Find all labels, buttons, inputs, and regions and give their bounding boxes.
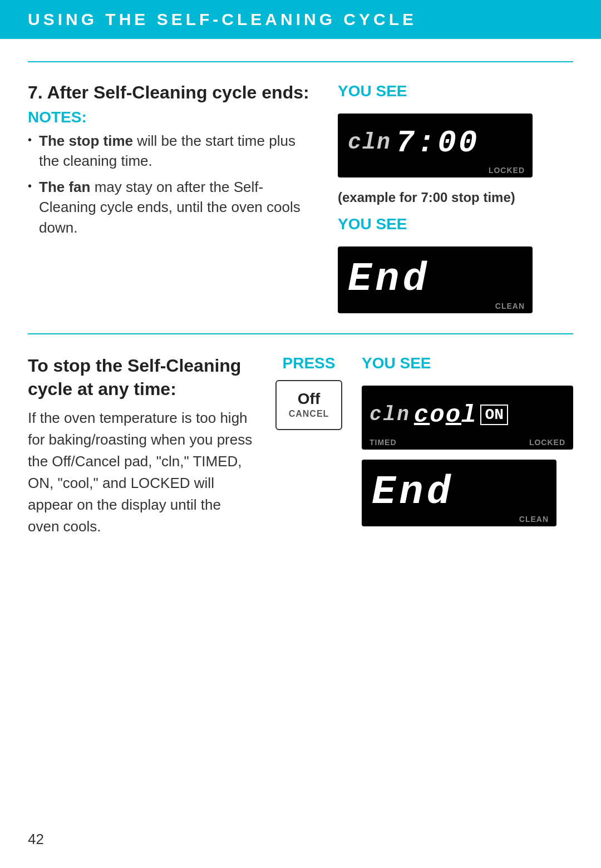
section2-body: If the oven temperature is too high for … — [28, 407, 256, 537]
mid-divider — [28, 333, 573, 334]
display-inner-1: cln 7:00 — [348, 119, 523, 162]
note-item-1: The stop time will be the start time plu… — [28, 131, 316, 171]
press-button-top-text: Off — [298, 391, 320, 407]
press-button-bottom-text: CANCEL — [289, 409, 329, 419]
display3-cln-text: cln — [370, 405, 411, 425]
display-inner-3: cln cool ON — [370, 391, 565, 434]
display3-cool-text: cool — [414, 403, 477, 427]
page-number: 42 — [28, 831, 44, 848]
section1-left: 7. After Self-Cleaning cycle ends: NOTES… — [28, 82, 316, 243]
notes-label: NOTES: — [28, 108, 316, 126]
display1-caption: (example for 7:00 stop time) — [338, 190, 515, 205]
clean-indicator-2: CLEAN — [519, 515, 549, 524]
display1-cln-text: cln — [348, 130, 391, 155]
header-banner: USING THE SELF-CLEANING CYCLE — [0, 0, 601, 39]
top-divider — [28, 61, 573, 62]
page-title: USING THE SELF-CLEANING CYCLE — [28, 10, 417, 28]
off-cancel-button[interactable]: Off CANCEL — [275, 380, 342, 430]
you-see-label-3: YOU SEE — [362, 354, 431, 372]
display2-end-text: End — [348, 255, 430, 299]
display-screen-2: End CLEAN — [338, 246, 533, 313]
display1-time-text: 7:00 — [396, 127, 479, 159]
section1-right: YOU SEE cln 7:00 LOCKED (example for 7:0… — [338, 82, 573, 313]
you-see-label-1: YOU SEE — [338, 82, 407, 100]
section2-right: YOU SEE cln cool ON TIMED LOCKED End CL — [362, 354, 573, 526]
display-screen-1: cln 7:00 LOCKED — [338, 114, 533, 177]
display3-on-text: ON — [480, 405, 508, 425]
main-content: 7. After Self-Cleaning cycle ends: NOTES… — [0, 39, 601, 560]
display-inner-2: End — [348, 252, 523, 298]
section2-left: To stop the Self-Cleaning cycle at any t… — [28, 354, 256, 537]
you-see-label-2: YOU SEE — [338, 215, 407, 233]
display4-end-text: End — [372, 468, 454, 512]
display-screen-4: End CLEAN — [362, 460, 556, 526]
notes-list: The stop time will be the start time plu… — [28, 131, 316, 238]
press-label: PRESS — [283, 354, 336, 372]
locked-indicator-1: LOCKED — [489, 166, 525, 175]
section2-row: To stop the Self-Cleaning cycle at any t… — [28, 354, 573, 537]
display-inner-4: End — [372, 465, 546, 511]
timed-indicator: TIMED — [370, 438, 397, 447]
section1-row: 7. After Self-Cleaning cycle ends: NOTES… — [28, 82, 573, 313]
clean-indicator-1: CLEAN — [495, 302, 525, 310]
locked-indicator-2: LOCKED — [529, 438, 565, 447]
section2-middle: PRESS Off CANCEL — [273, 354, 345, 430]
note-item-2: The fan may stay on after the Self-Clean… — [28, 177, 316, 238]
section1-title: 7. After Self-Cleaning cycle ends: — [28, 82, 316, 103]
section2-title: To stop the Self-Cleaning cycle at any t… — [28, 354, 256, 401]
display-screen-3: cln cool ON TIMED LOCKED — [362, 386, 573, 450]
